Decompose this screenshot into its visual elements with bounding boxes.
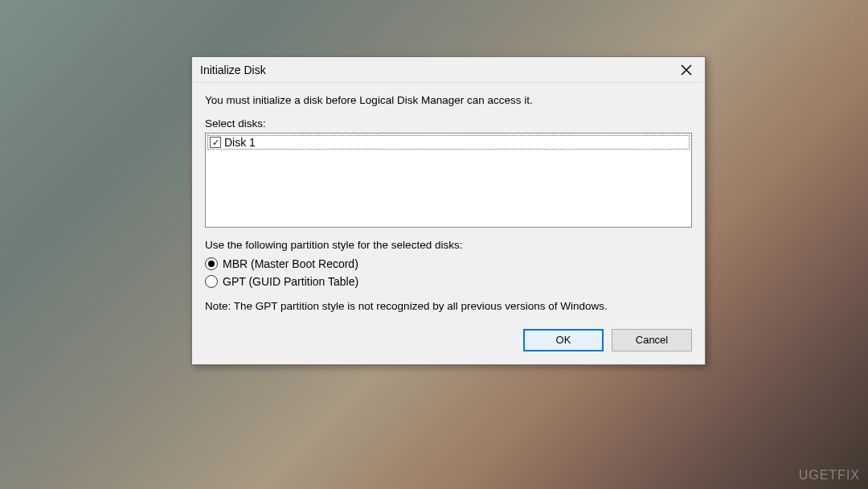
select-disks-label: Select disks: bbox=[205, 117, 692, 129]
button-row: OK Cancel bbox=[205, 329, 692, 351]
radio-mbr[interactable] bbox=[205, 257, 218, 270]
disk-checkbox[interactable]: ✓ bbox=[210, 137, 221, 148]
radio-gpt-label: GPT (GUID Partition Table) bbox=[223, 275, 358, 288]
initialize-disk-dialog: Initialize Disk You must initialize a di… bbox=[191, 56, 706, 365]
cancel-button[interactable]: Cancel bbox=[612, 329, 692, 351]
dialog-title: Initialize Disk bbox=[200, 64, 266, 76]
radio-mbr-row[interactable]: MBR (Master Boot Record) bbox=[205, 257, 692, 270]
instruction-text: You must initialize a disk before Logica… bbox=[205, 94, 692, 106]
partition-style-label: Use the following partition style for th… bbox=[205, 239, 692, 251]
close-button[interactable] bbox=[668, 57, 705, 82]
dialog-content: You must initialize a disk before Logica… bbox=[192, 83, 705, 364]
note-text: Note: The GPT partition style is not rec… bbox=[205, 299, 692, 314]
list-item[interactable]: ✓ Disk 1 bbox=[207, 135, 690, 150]
partition-radio-group: MBR (Master Boot Record) GPT (GUID Parti… bbox=[205, 257, 692, 288]
radio-gpt[interactable] bbox=[205, 275, 218, 288]
disk-label: Disk 1 bbox=[224, 136, 256, 149]
disk-listbox[interactable]: ✓ Disk 1 bbox=[205, 133, 692, 228]
titlebar: Initialize Disk bbox=[192, 57, 705, 83]
ok-button[interactable]: OK bbox=[523, 329, 604, 351]
watermark: UGETFIX bbox=[799, 468, 860, 483]
radio-gpt-row[interactable]: GPT (GUID Partition Table) bbox=[205, 275, 692, 288]
radio-mbr-label: MBR (Master Boot Record) bbox=[223, 257, 358, 270]
close-icon bbox=[681, 64, 692, 76]
